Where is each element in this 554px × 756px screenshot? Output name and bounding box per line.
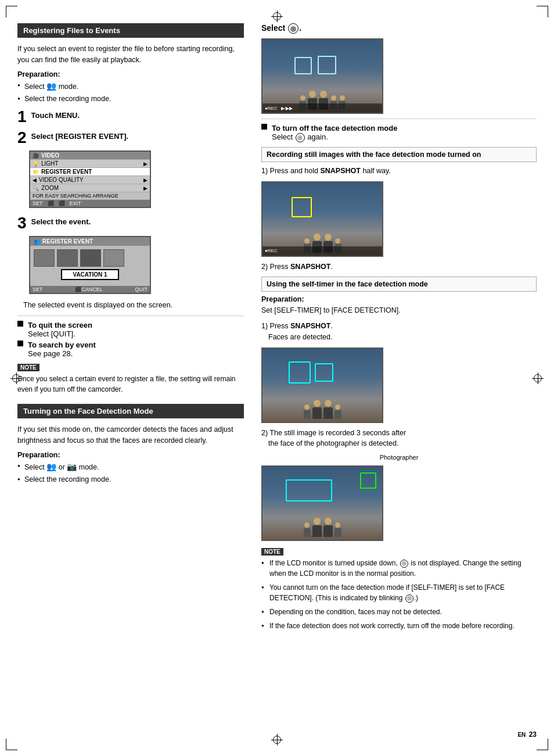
section-intro-face: If you set this mode on, the camcorder d… (17, 424, 244, 446)
head-16 (325, 518, 332, 525)
note-section-2: NOTE If the LCD monitor is turned upside… (261, 547, 537, 631)
head-1 (300, 95, 305, 101)
prep-face-bullet-1: Select 👥 or 📷 mode. (17, 461, 244, 473)
black-square-icon-3 (261, 124, 267, 130)
note-text-1: Once you select a certain event to regis… (17, 374, 244, 395)
cam-status-rec: ●REC (265, 106, 278, 111)
face-box-3 (292, 197, 312, 217)
body-10 (304, 410, 311, 419)
person-11 (312, 400, 322, 419)
corner-mark-tl (6, 6, 17, 17)
step-3-number: 3 (17, 215, 27, 231)
cam-status-bar-2: ●REC (262, 246, 382, 256)
prep-label-st: Preparation: (261, 295, 537, 303)
left-column: Registering Files to Events If you selec… (17, 23, 244, 733)
prep-face-bullet-2: Select the recording mode. (17, 474, 244, 485)
people-silhouette-2 (262, 182, 382, 256)
head-3 (320, 91, 327, 98)
step-snap-2: 2) Press SNAPSHOT. (261, 261, 537, 273)
camera-screen-4 (261, 465, 383, 541)
note-item-1: If the LCD monitor is turned upside down… (261, 558, 537, 579)
corner-mark-bl (6, 739, 17, 750)
cam-status-time: ▶/▶▶ (281, 106, 293, 111)
step-2-text: Select [REGISTER EVENT]. (31, 130, 129, 143)
event-footer: SET⬛CANCELQUIT (30, 286, 150, 293)
head-17 (335, 522, 340, 528)
crosshair-bottom-icon (271, 734, 283, 746)
head-4 (331, 95, 336, 101)
head-2 (309, 91, 316, 98)
note-label-2: NOTE (261, 548, 283, 556)
after-step3-text: The selected event is displayed on the s… (17, 300, 244, 311)
note-item-4: If the face detection does not work corr… (261, 621, 537, 631)
head-5 (340, 95, 345, 101)
self-timer-prep-text: Set [SELF-TIMER] to [FACE DETECTION]. (261, 305, 537, 316)
face-box-1 (294, 57, 312, 74)
step-3-row: 3 Select the event. (17, 215, 244, 231)
search-event-label: To search by eventSee page 28. (28, 341, 96, 358)
menu-screenshot: 🎥 VIDEO 💡 LIGHT ▶ 📁 REGISTER EVENT ◀ VID… (29, 151, 151, 208)
divider-1 (17, 316, 244, 316)
menu-row-header: 🎥 VIDEO (30, 152, 150, 160)
head-15 (314, 518, 321, 525)
step-1-number: 1 (17, 109, 27, 125)
note-circle-icon-2: ◎ (405, 594, 413, 603)
step-3-text: Select the event. (31, 215, 91, 228)
person-16 (323, 518, 333, 537)
cam-status-rec-2: ●REC (265, 248, 278, 253)
face-box-2 (318, 56, 336, 74)
menu-footer: SET⬛⬛EXIT (30, 200, 150, 207)
search-event-section: To search by eventSee page 28. (17, 341, 244, 358)
body-15 (312, 525, 322, 537)
divider-right-1 (261, 119, 537, 119)
note-section-1: NOTE Once you select a certain event to … (17, 363, 244, 395)
page-number: 23 (529, 730, 537, 739)
event-thumb-row (34, 249, 146, 267)
people-row-4 (304, 518, 341, 537)
thumb-3 (80, 249, 101, 267)
event-selected-label: VACATION 1 (61, 269, 119, 280)
head-10 (304, 404, 310, 410)
cam-status-bar-1: ●REC ▶/▶▶ (262, 103, 382, 113)
section-header-face: Turning on the Face Detection Mode (17, 404, 244, 418)
note-label-1: NOTE (17, 364, 39, 371)
thumb-4 (103, 249, 124, 267)
corner-mark-tr (537, 6, 548, 17)
body-17 (334, 528, 341, 537)
en-label: EN (517, 732, 526, 738)
crosshair-top-icon (271, 10, 283, 22)
black-square-icon-2 (17, 341, 23, 346)
menu-row-register: 📁 REGISTER EVENT (30, 168, 150, 176)
step-1-text: Touch MENU. (31, 109, 80, 122)
people-row-3 (304, 400, 341, 419)
black-square-icon-1 (17, 321, 23, 327)
page-content: Registering Files to Events If you selec… (0, 0, 554, 756)
self-timer-step-1: 1) Press SNAPSHOT. Faces are detected. (261, 321, 537, 343)
section-header-register: Registering Files to Events (17, 23, 244, 38)
section-intro-register: If you select an event to register the f… (17, 44, 244, 66)
head-7 (314, 234, 321, 241)
select-text: Select ◎. (261, 23, 537, 34)
head-12 (325, 400, 332, 407)
head-11 (314, 400, 321, 407)
event-screenshot: 👥 REGISTER EVENT VACATION 1 SET⬛CANCELQU… (29, 236, 151, 294)
thumb-1 (34, 249, 55, 267)
select-circle-icon: ◎ (288, 23, 298, 34)
crosshair-left-icon (10, 372, 22, 384)
step-1-row: 1 Touch MENU. (17, 109, 244, 125)
quit-screen-section: To quit the screenSelect [QUIT]. (17, 321, 244, 338)
note-item-2: You cannot turn on the face detection mo… (261, 582, 537, 603)
face-box-4 (289, 361, 311, 384)
body-16 (323, 525, 333, 537)
person-13 (334, 404, 341, 419)
right-column: Select ◎. (261, 23, 537, 733)
face-box-group (286, 479, 332, 501)
person-10 (304, 404, 311, 419)
people-silhouette-1 (262, 40, 382, 113)
head-13 (335, 404, 340, 410)
face-box-5 (315, 363, 333, 382)
prep-label-2: Preparation: (17, 451, 244, 459)
camera-screen-3 (261, 347, 383, 423)
turn-off-section: To turn off the face detection mode Sele… (261, 124, 537, 142)
recording-still-box: Recording still images with the face det… (261, 147, 537, 162)
